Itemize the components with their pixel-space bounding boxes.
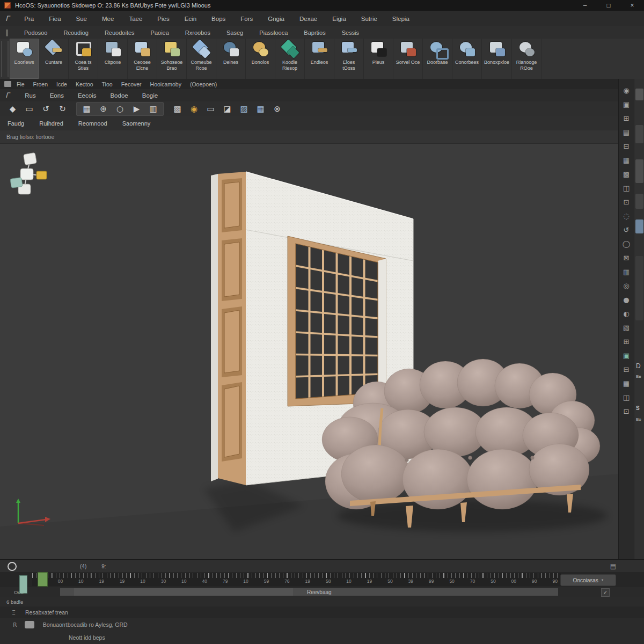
layers-panel-icon[interactable]: ▤	[620, 126, 632, 138]
menu-item[interactable]: Pra	[17, 16, 41, 22]
ribbon-tab[interactable]: Saseg	[218, 30, 251, 36]
toolbar-button[interactable]: Deines	[216, 39, 246, 79]
render-setup-icon[interactable]: ▩	[170, 103, 185, 115]
menu-item[interactable]: Eigia	[325, 16, 354, 22]
undo-icon[interactable]: ↺	[39, 103, 53, 115]
minus-box-icon[interactable]: ⊟	[620, 363, 632, 375]
viewport[interactable]: Brag liolso: liortooe	[0, 130, 618, 559]
ribbon-tab[interactable]: Sessis	[334, 30, 367, 36]
menu2-item[interactable]: Eons	[43, 92, 71, 99]
path-segment[interactable]: Fie	[17, 81, 25, 87]
dashed-circle-icon[interactable]: ◌	[620, 210, 632, 222]
pivot-icon[interactable]: ⊛	[96, 103, 111, 115]
environment-icon[interactable]: ⊗	[270, 103, 284, 115]
render-frame-icon[interactable]: ▨	[237, 103, 251, 115]
menu-item[interactable]: Slepia	[385, 16, 417, 22]
record-circle-icon[interactable]	[8, 562, 17, 571]
path-segment[interactable]: Froen	[33, 81, 48, 87]
toolbar-button[interactable]: Cuntare	[39, 39, 69, 79]
frame-field[interactable]: 9:	[101, 564, 106, 569]
play-icon[interactable]: ▶	[129, 103, 144, 115]
menu-item[interactable]: Fiea	[41, 16, 68, 22]
menu2-item[interactable]: Rus	[18, 92, 42, 99]
add-panel-icon[interactable]: ⊞	[620, 112, 632, 124]
viewport-tab[interactable]: Saomenny	[115, 120, 158, 127]
toolbar-button[interactable]: Eloes tOoss	[334, 39, 364, 79]
orbit-icon[interactable]: ◯	[620, 238, 632, 250]
grid-snap-icon[interactable]: ▦	[79, 103, 94, 115]
toolbar-button[interactable]: Doorbase	[423, 39, 452, 79]
toolbar-button[interactable]: Sohoseoe Brao	[157, 39, 187, 79]
diamond-tool-icon[interactable]: ◆	[5, 103, 20, 115]
menu2-item[interactable]: Bodoe	[103, 92, 135, 99]
path-segment[interactable]: Hooicamoby	[150, 81, 181, 87]
minimize-button[interactable]: –	[573, 0, 597, 11]
path-segment[interactable]: Kectoo	[76, 81, 93, 87]
ribbon-tab[interactable]: Rcoudiog	[55, 30, 96, 36]
menu-item[interactable]: Gngia	[260, 16, 292, 22]
hatch-panel-icon[interactable]: ▩	[620, 168, 632, 180]
sliver-icon-fragment[interactable]	[635, 89, 643, 100]
toolbar-button[interactable]: Koodie Riesop	[275, 39, 305, 79]
toolbar-button[interactable]: Citpoxe	[98, 39, 128, 79]
menu-item[interactable]: Dexae	[292, 16, 325, 22]
viewport-tab[interactable]: Reomnood	[71, 120, 115, 127]
ribbon-tab[interactable]: Podosoo	[16, 30, 55, 36]
menu-item[interactable]: Fors	[233, 16, 260, 22]
path-segment[interactable]: Fecover	[121, 81, 142, 87]
ribbon-tab[interactable]: Baprtios	[296, 30, 333, 36]
status-options-icon[interactable]: ▤	[610, 562, 616, 570]
grid-panel-icon[interactable]: ▦	[620, 154, 632, 166]
rows-icon[interactable]: ▥	[620, 266, 632, 277]
toolbar-button[interactable]: Coea ts Sties	[69, 39, 98, 79]
track-icon[interactable]: ▥	[146, 103, 160, 115]
collapse-panel-icon[interactable]: ⊟	[620, 140, 632, 152]
menu-item[interactable]: Bops	[204, 16, 233, 22]
playhead-marker[interactable]	[38, 572, 48, 587]
ribbon-tab[interactable]: Rxroobos	[177, 30, 218, 36]
toolbar-button[interactable]: Sorvel Oce	[393, 39, 423, 79]
sphere-icon[interactable]: ●	[620, 294, 632, 305]
target-icon[interactable]: ◎	[620, 280, 632, 291]
schematic-node-glyph[interactable]	[10, 152, 47, 194]
toolbar-button[interactable]: Bonoxpxloe	[482, 39, 512, 79]
ribbon-tab[interactable]: Reuodoites	[97, 30, 143, 36]
menu2-item[interactable]: Bogie	[135, 92, 165, 99]
scene-3d[interactable]	[0, 130, 618, 559]
toolbar-grip[interactable]	[1, 41, 9, 77]
toolbar-button[interactable]: Ceooee Elcne	[128, 39, 157, 79]
menu-item[interactable]: Taee	[121, 16, 150, 22]
redo-icon[interactable]: ↻	[55, 103, 70, 115]
shade-icon[interactable]: ◪	[220, 103, 235, 115]
cells-icon[interactable]: ▦	[620, 377, 632, 389]
ribbon-tab[interactable]: Piasslooca	[251, 30, 296, 36]
circle-select-icon[interactable]: ○	[113, 103, 127, 115]
menu-item[interactable]: Ecin	[177, 16, 204, 22]
region-icon[interactable]: ▭	[203, 103, 218, 115]
frame-tool-icon[interactable]: ▭	[22, 103, 36, 115]
dual-pane-icon[interactable]: ◫	[620, 391, 632, 403]
half-sphere-icon[interactable]: ◐	[620, 308, 632, 319]
track-check-icon[interactable]: ✓	[601, 588, 610, 597]
timeline-mode-dropdown[interactable]: Oncoiasas ▾	[560, 574, 616, 586]
track-bar[interactable]: Reevbaag	[60, 588, 558, 596]
ribbon-tab[interactable]: Paoiea	[143, 30, 177, 36]
maximize-button[interactable]: □	[597, 0, 620, 11]
toolbar-button[interactable]: Pieus	[364, 39, 393, 79]
viewport-tab[interactable]: Faudg	[0, 120, 32, 127]
toolbar-button[interactable]: Rianooge ROoe	[512, 39, 541, 79]
menu-item[interactable]: Pies	[150, 16, 177, 22]
window-model[interactable]	[288, 236, 386, 406]
path-segment[interactable]: (Ooepoen)	[190, 81, 217, 87]
menu-item[interactable]: Sutrie	[354, 16, 385, 22]
menu-item[interactable]: Sue	[69, 16, 94, 22]
active-tool-icon[interactable]: ▣	[620, 349, 632, 361]
boxed-dot-icon[interactable]: ⊡	[620, 405, 632, 417]
timeline-ruler[interactable]: 0001019191030104079105976195810195039995…	[32, 573, 561, 586]
toolbar-button[interactable]: Eoorlews	[10, 39, 39, 79]
material-sphere-icon[interactable]: ◉	[187, 103, 201, 115]
expand-icon[interactable]: ⊞	[620, 335, 632, 347]
modify-panel-icon[interactable]: ▣	[620, 98, 632, 110]
close-box-icon[interactable]: ⊠	[620, 252, 632, 264]
toolbar-button[interactable]: Endieos	[305, 39, 334, 79]
